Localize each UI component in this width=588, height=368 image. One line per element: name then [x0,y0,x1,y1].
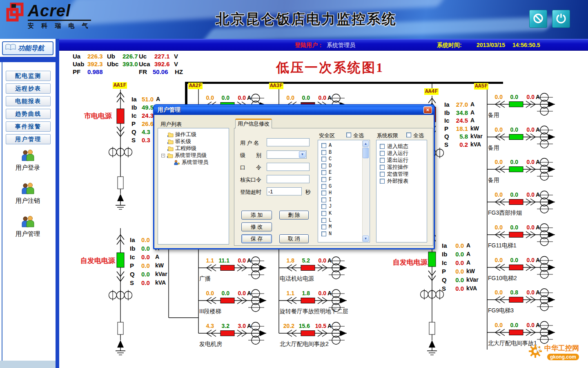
checkbox-icon[interactable] [321,211,326,216]
checkbox-icon[interactable] [321,164,326,168]
safe-zone-item-label: H [329,190,332,196]
username-input[interactable] [267,138,310,146]
status-bar: 登陆用户： 系统管理员 系统时间: 2013/03/15 14:56:50.5 [59,39,588,51]
scrollbar-thumb[interactable] [363,148,369,158]
reading-unit: A [470,109,474,116]
checkbox-icon[interactable] [380,172,385,177]
checkbox-icon[interactable] [321,143,326,148]
block-icon [532,13,544,25]
checkbox-icon[interactable] [321,197,326,202]
permissions-list[interactable]: 进入组态进入运行退出运行遥控操作定值管理外部报表 [376,140,427,242]
confirm-password-input[interactable] [267,175,310,183]
power-icon [555,13,567,25]
sidebar-user-action-2[interactable]: 用户注销 [0,182,56,205]
tree-item-4[interactable]: -系统管理员级 [158,152,229,159]
measurement-v2: 393.0 [122,61,138,67]
checkbox-icon[interactable] [321,224,326,229]
login-timeout-input[interactable] [267,187,302,195]
tab-user-info-edit[interactable]: 用户信息修改 [235,119,272,128]
save-button[interactable]: 保 存 [241,234,272,243]
scroll-down-icon[interactable]: ▼ [363,236,369,242]
tree-item-1[interactable]: 操作工级 [158,131,229,138]
safe-zone-list[interactable]: ▲ ▼ ABCDEFGHIJKLMN [318,140,370,242]
reading-unit: A [466,242,470,249]
level-select[interactable]: ▼ [267,150,307,159]
tree-expander-icon[interactable]: - [161,154,165,157]
sidebar-nav-3[interactable]: 电能报表 [6,96,51,106]
sidebar-nav-1[interactable]: 配电监测 [6,71,51,81]
feeder-label: 广播 [199,275,211,283]
tree-item-3[interactable]: 工程师级 [158,145,229,152]
sidebar-user-action-3[interactable]: 用户管理 [0,215,56,238]
chevron-down-icon[interactable]: ▼ [299,151,306,158]
checkbox-icon[interactable] [321,177,326,182]
dialog-titlebar[interactable]: 用户管理 × [154,105,434,115]
sidebar-nav-2[interactable]: 远程抄表 [6,83,51,94]
reading-label: S [442,285,446,292]
block-button[interactable] [529,10,547,28]
feeder-value-ic: 0.0 [522,224,535,231]
checkbox-icon[interactable] [321,218,326,223]
checkbox-icon[interactable] [321,170,326,175]
feeder-unit: A [327,290,332,296]
tree-item-2[interactable]: 班长级 [158,138,229,145]
sidebar-band [0,57,56,62]
feeder-unit: A [327,94,332,101]
reading-label: Q [444,133,449,140]
bus-label-AA1F: AA1F [113,82,127,89]
feeder-label: 发电机房 [199,341,222,348]
permission-item-5[interactable]: 定值管理 [376,171,427,177]
sidebar-nav-6[interactable]: 用户管理 [6,134,51,144]
permission-item-3[interactable]: 退出运行 [376,157,427,163]
checkbox-icon[interactable] [321,184,326,189]
measurement-v2: 50.06 [153,68,168,75]
checkbox-icon[interactable] [321,191,326,195]
feeder-value-ia: 20.2 [282,323,294,329]
cancel-button[interactable]: 取 消 [279,234,309,243]
checkbox-icon[interactable] [321,150,326,155]
tree-item-5[interactable]: 系统管理员 [158,159,229,166]
feeder-unit: A [536,224,540,231]
measurement-v1: 0.988 [87,68,103,75]
reading-label: P [442,268,446,275]
user-tree[interactable]: 操作工级班长级工程师级-系统管理员级系统管理员 [158,128,229,245]
reading-unit: kW [470,125,479,132]
feeder-value-ib: 0.0 [506,159,518,165]
checkbox-icon[interactable] [380,158,385,163]
add-button[interactable]: 添 加 [241,211,272,220]
permission-item-1[interactable]: 进入组态 [376,144,427,149]
checkbox-icon[interactable] [380,151,385,156]
safe-zone-item-label: D [329,163,332,169]
checkbox-icon[interactable] [380,165,385,170]
permission-item-6[interactable]: 外部报表 [376,178,427,184]
checkbox-icon[interactable] [380,144,385,149]
feeder-value-ia: 0.0 [490,159,503,165]
feeder-unit: A [536,322,540,328]
scrollbar[interactable]: ▲ ▼ [362,141,369,242]
scroll-up-icon[interactable]: ▲ [363,141,369,147]
sidebar-user-action-1[interactable]: 用户登录 [0,149,56,172]
password-input[interactable] [267,163,310,171]
close-icon[interactable]: × [423,106,432,114]
sidebar-nav-4[interactable]: 趋势曲线 [6,109,51,119]
permission-item-label: 遥控操作 [387,164,408,171]
page-title: 北京昆仑饭店电力监控系统 [155,10,457,29]
feeder-value-ib: 0.0 [506,191,518,198]
checkbox-icon[interactable] [321,204,326,209]
sidebar-nav-5[interactable]: 事件报警 [6,121,51,132]
checkbox-icon[interactable] [380,179,385,184]
safe-zone-select-all-checkbox[interactable] [346,132,351,137]
reading-value: 0.0 [446,268,464,275]
feeder-value-ic: 0.0 [522,191,535,198]
delete-button[interactable]: 删 除 [279,211,309,220]
permissions-select-all-checkbox[interactable] [406,132,411,137]
nav-header[interactable]: 功能导航 [2,41,53,55]
power-button[interactable] [552,10,570,28]
checkbox-icon[interactable] [321,231,326,236]
modify-button[interactable]: 修 改 [241,222,272,231]
feeder-value-ia: 1.1 [202,257,214,264]
measurement-l1: PF [73,68,80,75]
permission-item-2[interactable]: 进入运行 [376,150,427,156]
checkbox-icon[interactable] [321,157,326,162]
permission-item-4[interactable]: 遥控操作 [376,164,427,170]
